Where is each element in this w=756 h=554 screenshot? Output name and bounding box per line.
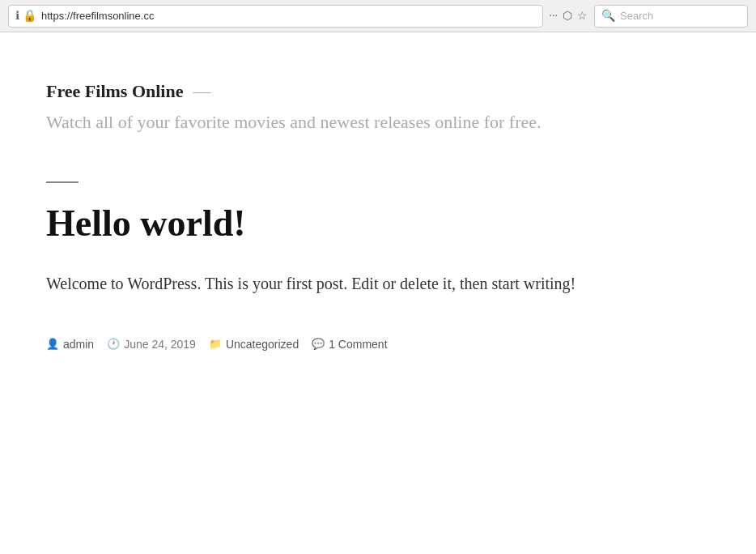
url-text: https://freefilmsonline.cc <box>41 10 536 22</box>
site-header: Free Films Online — Watch all of your fa… <box>46 81 710 133</box>
bookmark-icon[interactable]: ☆ <box>577 9 588 23</box>
post-divider <box>46 181 79 183</box>
search-icon: 🔍 <box>601 9 615 23</box>
post-body: Welcome to WordPress. This is your first… <box>46 270 710 297</box>
folder-icon: 📁 <box>209 338 222 350</box>
pocket-icon[interactable]: ⬡ <box>563 9 572 23</box>
browser-chrome: ℹ 🔒 https://freefilmsonline.cc ··· ⬡ ☆ 🔍… <box>0 0 756 32</box>
clock-icon: 🕐 <box>107 338 120 350</box>
comments-link[interactable]: 1 Comment <box>329 338 387 351</box>
post-date: 🕐 June 24, 2019 <box>107 338 196 351</box>
page-content: Free Films Online — Watch all of your fa… <box>14 32 742 383</box>
author-icon: 👤 <box>46 338 59 350</box>
site-tagline: Watch all of your favorite movies and ne… <box>46 112 542 133</box>
blog-post: Hello world! Welcome to WordPress. This … <box>46 181 710 351</box>
site-title: Free Films Online <box>46 81 183 102</box>
post-comments: 💬 1 Comment <box>312 338 387 351</box>
lock-icon: 🔒 <box>23 9 36 23</box>
author-link[interactable]: admin <box>63 338 94 351</box>
more-icon[interactable]: ··· <box>550 10 559 23</box>
post-author: 👤 admin <box>46 338 94 351</box>
post-meta: 👤 admin 🕐 June 24, 2019 📁 Uncategorized … <box>46 338 710 351</box>
url-display: https://freefilmsonline.cc <box>41 10 154 22</box>
search-bar[interactable]: 🔍 Search <box>594 5 748 28</box>
browser-actions: ··· ⬡ ☆ <box>550 9 588 23</box>
comment-icon: 💬 <box>312 338 325 350</box>
address-bar-icons: ℹ 🔒 <box>15 9 36 23</box>
tagline-separator: — <box>193 81 210 102</box>
post-title: Hello world! <box>46 202 710 245</box>
category-link[interactable]: Uncategorized <box>226 338 299 351</box>
info-icon: ℹ <box>15 9 19 23</box>
search-placeholder: Search <box>620 10 653 22</box>
date-text: June 24, 2019 <box>124 338 196 351</box>
site-title-line: Free Films Online — Watch all of your fa… <box>46 81 710 133</box>
address-bar[interactable]: ℹ 🔒 https://freefilmsonline.cc <box>8 5 543 28</box>
post-category: 📁 Uncategorized <box>209 338 299 351</box>
